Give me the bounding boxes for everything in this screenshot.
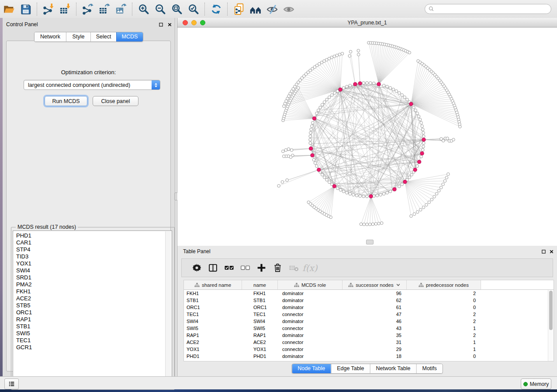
table-header-row[interactable]: shared namenameMCDS rolesuccessor nodesp… — [184, 280, 554, 290]
cell-shared-name: YOX1 — [184, 347, 242, 352]
mcds-result-item[interactable]: RAP1 — [13, 316, 172, 323]
cell-predecessor-nodes: 0 — [407, 298, 481, 303]
cell-shared-name: FKH1 — [184, 291, 242, 296]
refresh-icon[interactable] — [208, 1, 225, 17]
tab-select[interactable]: Select — [90, 32, 116, 41]
tab-style[interactable]: Style — [66, 32, 90, 41]
columns-icon[interactable] — [205, 260, 221, 276]
cell-predecessor-nodes: 0 — [407, 305, 481, 310]
mcds-result-item[interactable]: GCR1 — [13, 344, 172, 351]
scrollbar-thumb[interactable] — [549, 291, 553, 330]
zoom-fit-icon[interactable] — [169, 1, 185, 17]
zoom-out-icon[interactable] — [152, 1, 169, 17]
table-body[interactable]: FKH1FKH1dominator962STB1STB1dominator620… — [184, 290, 554, 360]
import-table-icon[interactable] — [57, 1, 73, 17]
memory-button[interactable]: Memory — [521, 378, 551, 389]
export-image-icon[interactable] — [113, 1, 129, 17]
import-network-icon[interactable] — [40, 1, 57, 17]
run-mcds-button[interactable]: Run MCDS — [45, 96, 87, 106]
mcds-result-item[interactable]: TEC1 — [13, 337, 172, 344]
table-row[interactable]: ORC1ORC1dominator610 — [184, 304, 554, 311]
table-row[interactable]: TEC1TEC1connector472 — [184, 311, 554, 318]
table-row[interactable]: FKH1FKH1dominator962 — [184, 290, 554, 297]
open-icon[interactable] — [1, 1, 17, 17]
select-stepper-icon — [152, 80, 160, 89]
select-all-icon[interactable] — [221, 260, 237, 276]
mcds-result-item[interactable]: ACE2 — [13, 295, 172, 302]
column-header-name[interactable]: name — [242, 280, 278, 289]
close-icon[interactable] — [549, 249, 554, 254]
horizontal-splitter-handle[interactable] — [366, 240, 374, 244]
mcds-result-item[interactable]: SWI4 — [13, 267, 172, 274]
deselect-all-icon[interactable] — [237, 260, 253, 276]
table-row[interactable]: ACE2ACE2connector311 — [184, 339, 554, 346]
toolbar-separator — [37, 3, 38, 16]
table-row[interactable]: SWI5SWI5connector431 — [184, 325, 554, 332]
tab-network[interactable]: Network — [35, 32, 66, 41]
mcds-result-item[interactable]: STB5 — [13, 302, 172, 309]
cell-MCDS-role: connector — [278, 340, 343, 345]
table-row[interactable]: YOX1YOX1connector291 — [184, 346, 554, 353]
close-panel-button[interactable]: Close panel — [93, 96, 138, 106]
export-network-icon[interactable] — [80, 1, 96, 17]
float-window-icon[interactable] — [158, 22, 164, 28]
new-network-from-selection-icon[interactable] — [231, 1, 247, 17]
network-canvas[interactable] — [177, 28, 557, 246]
table-scrollbar[interactable] — [548, 290, 554, 361]
tab-node-table[interactable]: Node Table — [292, 364, 331, 373]
table-row[interactable]: STB1STB1dominator620 — [184, 297, 554, 304]
column-header-shared-name[interactable]: shared name — [184, 280, 242, 289]
show-panels-button[interactable] — [4, 378, 19, 389]
table-toolbar: f(x) — [181, 258, 553, 277]
tab-mcds[interactable]: MCDS — [116, 32, 143, 41]
network-graph[interactable] — [177, 28, 557, 246]
add-icon[interactable] — [253, 260, 270, 276]
sort-desc-icon — [396, 282, 401, 287]
optimization-criterion-value: largest connected component (undirected) — [24, 82, 152, 88]
search-input[interactable] — [435, 5, 551, 14]
tab-network-table[interactable]: Network Table — [370, 364, 416, 373]
zoom-selected-icon[interactable] — [185, 1, 202, 17]
mcds-result-item[interactable]: CAR1 — [13, 239, 172, 246]
column-header-successor-nodes[interactable]: successor nodes — [343, 280, 407, 289]
float-window-icon[interactable] — [541, 249, 547, 254]
mcds-result-item[interactable]: PMA2 — [13, 281, 172, 288]
first-neighbors-icon[interactable] — [247, 1, 264, 17]
node-table[interactable]: shared namenameMCDS rolesuccessor nodesp… — [183, 280, 554, 361]
show-all-icon[interactable] — [280, 1, 297, 17]
export-table-icon[interactable] — [96, 1, 113, 17]
table-row[interactable]: RAP1RAP1dominator352 — [184, 332, 554, 339]
mcds-result-item[interactable]: PHD1 — [13, 232, 172, 239]
table-row[interactable]: PHD1PHD1dominator180 — [184, 353, 554, 360]
column-header-MCDS-role[interactable]: MCDS role — [278, 280, 343, 289]
tab-edge-table[interactable]: Edge Table — [331, 364, 370, 373]
column-header-predecessor-nodes[interactable]: predecessor nodes — [407, 280, 481, 289]
hide-selected-icon[interactable] — [264, 1, 280, 17]
search-box[interactable] — [425, 4, 551, 14]
mcds-result-item[interactable]: SRD1 — [13, 274, 172, 281]
optimization-criterion-select[interactable]: largest connected component (undirected) — [24, 80, 160, 90]
mcds-result-item[interactable]: YOX1 — [13, 260, 172, 267]
mcds-result-item[interactable]: TID3 — [13, 253, 172, 260]
mcds-result-item[interactable]: STP4 — [13, 246, 172, 253]
table-row[interactable]: SWI4SWI4dominator462 — [184, 318, 554, 325]
mcds-result-item[interactable]: SWI5 — [13, 330, 172, 337]
gear-icon[interactable] — [189, 260, 205, 276]
mcds-list-scrollbar[interactable] — [165, 231, 171, 387]
save-icon[interactable] — [17, 1, 34, 17]
list-icon — [8, 380, 15, 388]
cell-name: PHD1 — [242, 354, 278, 359]
delete-table-icon — [286, 260, 302, 276]
zoom-in-icon[interactable] — [135, 1, 152, 17]
mcds-result-list[interactable]: PHD1CAR1STP4TID3YOX1SWI4SRD1PMA2FKH1ACE2… — [13, 230, 172, 387]
mcds-result-item[interactable]: ORC1 — [13, 309, 172, 316]
tab-motifs[interactable]: Motifs — [416, 364, 442, 373]
network-window-titlebar[interactable]: YPA_prune.txt_1 — [177, 18, 557, 28]
cell-predecessor-nodes: 0 — [407, 354, 481, 359]
mcds-result-item[interactable]: FKH1 — [13, 288, 172, 295]
mcds-result-item[interactable]: STB1 — [13, 323, 172, 330]
delete-icon[interactable] — [270, 260, 286, 276]
cell-MCDS-role: dominator — [278, 354, 343, 359]
close-icon[interactable] — [167, 22, 173, 28]
cell-name: FKH1 — [242, 291, 278, 296]
